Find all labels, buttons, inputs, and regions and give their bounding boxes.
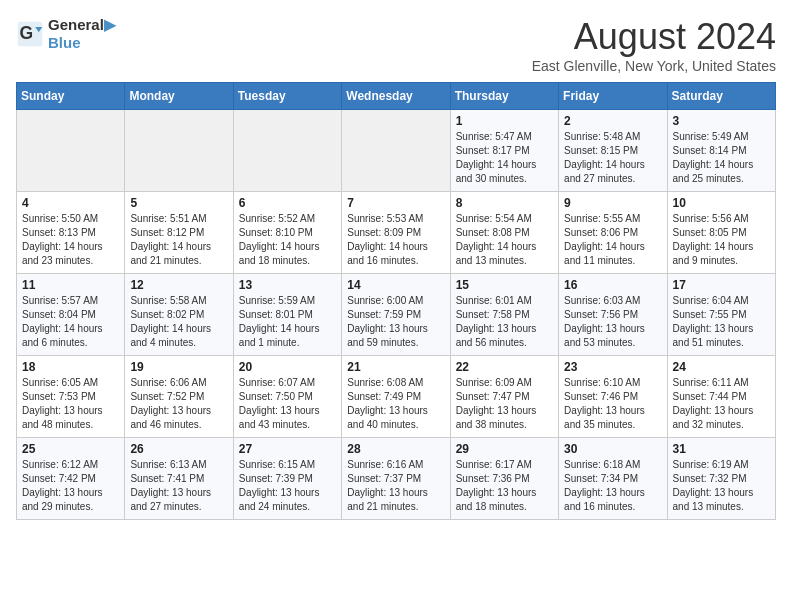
day-cell: 24Sunrise: 6:11 AM Sunset: 7:44 PM Dayli…	[667, 356, 775, 438]
day-cell: 9Sunrise: 5:55 AM Sunset: 8:06 PM Daylig…	[559, 192, 667, 274]
day-cell: 17Sunrise: 6:04 AM Sunset: 7:55 PM Dayli…	[667, 274, 775, 356]
day-detail: Sunrise: 6:03 AM Sunset: 7:56 PM Dayligh…	[564, 294, 661, 350]
day-detail: Sunrise: 6:11 AM Sunset: 7:44 PM Dayligh…	[673, 376, 770, 432]
day-number: 26	[130, 442, 227, 456]
svg-text:G: G	[20, 23, 34, 43]
day-cell: 4Sunrise: 5:50 AM Sunset: 8:13 PM Daylig…	[17, 192, 125, 274]
day-cell: 21Sunrise: 6:08 AM Sunset: 7:49 PM Dayli…	[342, 356, 450, 438]
day-number: 24	[673, 360, 770, 374]
day-detail: Sunrise: 6:06 AM Sunset: 7:52 PM Dayligh…	[130, 376, 227, 432]
day-cell	[17, 110, 125, 192]
day-cell: 25Sunrise: 6:12 AM Sunset: 7:42 PM Dayli…	[17, 438, 125, 520]
day-number: 19	[130, 360, 227, 374]
day-cell: 6Sunrise: 5:52 AM Sunset: 8:10 PM Daylig…	[233, 192, 341, 274]
col-header-wednesday: Wednesday	[342, 83, 450, 110]
calendar-table: SundayMondayTuesdayWednesdayThursdayFrid…	[16, 82, 776, 520]
day-cell: 3Sunrise: 5:49 AM Sunset: 8:14 PM Daylig…	[667, 110, 775, 192]
day-detail: Sunrise: 6:09 AM Sunset: 7:47 PM Dayligh…	[456, 376, 553, 432]
header-row: SundayMondayTuesdayWednesdayThursdayFrid…	[17, 83, 776, 110]
day-number: 6	[239, 196, 336, 210]
day-detail: Sunrise: 5:56 AM Sunset: 8:05 PM Dayligh…	[673, 212, 770, 268]
day-cell: 16Sunrise: 6:03 AM Sunset: 7:56 PM Dayli…	[559, 274, 667, 356]
day-cell	[233, 110, 341, 192]
page-subtitle: East Glenville, New York, United States	[532, 58, 776, 74]
day-detail: Sunrise: 6:00 AM Sunset: 7:59 PM Dayligh…	[347, 294, 444, 350]
day-detail: Sunrise: 5:57 AM Sunset: 8:04 PM Dayligh…	[22, 294, 119, 350]
day-number: 9	[564, 196, 661, 210]
day-number: 2	[564, 114, 661, 128]
day-detail: Sunrise: 6:15 AM Sunset: 7:39 PM Dayligh…	[239, 458, 336, 514]
day-cell: 12Sunrise: 5:58 AM Sunset: 8:02 PM Dayli…	[125, 274, 233, 356]
week-row-2: 4Sunrise: 5:50 AM Sunset: 8:13 PM Daylig…	[17, 192, 776, 274]
day-detail: Sunrise: 6:16 AM Sunset: 7:37 PM Dayligh…	[347, 458, 444, 514]
day-number: 30	[564, 442, 661, 456]
week-row-1: 1Sunrise: 5:47 AM Sunset: 8:17 PM Daylig…	[17, 110, 776, 192]
day-number: 29	[456, 442, 553, 456]
day-cell: 28Sunrise: 6:16 AM Sunset: 7:37 PM Dayli…	[342, 438, 450, 520]
day-number: 21	[347, 360, 444, 374]
day-number: 8	[456, 196, 553, 210]
day-number: 20	[239, 360, 336, 374]
day-cell: 30Sunrise: 6:18 AM Sunset: 7:34 PM Dayli…	[559, 438, 667, 520]
day-number: 18	[22, 360, 119, 374]
day-cell	[125, 110, 233, 192]
day-detail: Sunrise: 6:18 AM Sunset: 7:34 PM Dayligh…	[564, 458, 661, 514]
day-number: 25	[22, 442, 119, 456]
day-detail: Sunrise: 5:50 AM Sunset: 8:13 PM Dayligh…	[22, 212, 119, 268]
col-header-thursday: Thursday	[450, 83, 558, 110]
day-detail: Sunrise: 5:59 AM Sunset: 8:01 PM Dayligh…	[239, 294, 336, 350]
day-detail: Sunrise: 6:07 AM Sunset: 7:50 PM Dayligh…	[239, 376, 336, 432]
day-number: 12	[130, 278, 227, 292]
day-cell: 22Sunrise: 6:09 AM Sunset: 7:47 PM Dayli…	[450, 356, 558, 438]
col-header-friday: Friday	[559, 83, 667, 110]
col-header-monday: Monday	[125, 83, 233, 110]
day-cell: 2Sunrise: 5:48 AM Sunset: 8:15 PM Daylig…	[559, 110, 667, 192]
day-detail: Sunrise: 5:55 AM Sunset: 8:06 PM Dayligh…	[564, 212, 661, 268]
day-cell: 10Sunrise: 5:56 AM Sunset: 8:05 PM Dayli…	[667, 192, 775, 274]
day-number: 31	[673, 442, 770, 456]
header: G General▶ Blue August 2024 East Glenvil…	[16, 16, 776, 74]
day-cell: 20Sunrise: 6:07 AM Sunset: 7:50 PM Dayli…	[233, 356, 341, 438]
day-cell: 7Sunrise: 5:53 AM Sunset: 8:09 PM Daylig…	[342, 192, 450, 274]
day-number: 16	[564, 278, 661, 292]
day-cell: 19Sunrise: 6:06 AM Sunset: 7:52 PM Dayli…	[125, 356, 233, 438]
day-detail: Sunrise: 6:01 AM Sunset: 7:58 PM Dayligh…	[456, 294, 553, 350]
logo-text: General▶ Blue	[48, 16, 116, 51]
day-cell	[342, 110, 450, 192]
day-cell: 18Sunrise: 6:05 AM Sunset: 7:53 PM Dayli…	[17, 356, 125, 438]
day-cell: 1Sunrise: 5:47 AM Sunset: 8:17 PM Daylig…	[450, 110, 558, 192]
day-cell: 31Sunrise: 6:19 AM Sunset: 7:32 PM Dayli…	[667, 438, 775, 520]
day-number: 17	[673, 278, 770, 292]
col-header-sunday: Sunday	[17, 83, 125, 110]
day-detail: Sunrise: 6:12 AM Sunset: 7:42 PM Dayligh…	[22, 458, 119, 514]
day-detail: Sunrise: 5:52 AM Sunset: 8:10 PM Dayligh…	[239, 212, 336, 268]
day-detail: Sunrise: 5:54 AM Sunset: 8:08 PM Dayligh…	[456, 212, 553, 268]
day-detail: Sunrise: 6:19 AM Sunset: 7:32 PM Dayligh…	[673, 458, 770, 514]
day-cell: 27Sunrise: 6:15 AM Sunset: 7:39 PM Dayli…	[233, 438, 341, 520]
col-header-tuesday: Tuesday	[233, 83, 341, 110]
page-title: August 2024	[532, 16, 776, 58]
day-number: 13	[239, 278, 336, 292]
day-cell: 13Sunrise: 5:59 AM Sunset: 8:01 PM Dayli…	[233, 274, 341, 356]
day-detail: Sunrise: 6:04 AM Sunset: 7:55 PM Dayligh…	[673, 294, 770, 350]
day-cell: 23Sunrise: 6:10 AM Sunset: 7:46 PM Dayli…	[559, 356, 667, 438]
day-number: 14	[347, 278, 444, 292]
day-cell: 5Sunrise: 5:51 AM Sunset: 8:12 PM Daylig…	[125, 192, 233, 274]
day-number: 10	[673, 196, 770, 210]
day-number: 15	[456, 278, 553, 292]
day-number: 7	[347, 196, 444, 210]
week-row-3: 11Sunrise: 5:57 AM Sunset: 8:04 PM Dayli…	[17, 274, 776, 356]
day-cell: 29Sunrise: 6:17 AM Sunset: 7:36 PM Dayli…	[450, 438, 558, 520]
day-detail: Sunrise: 5:47 AM Sunset: 8:17 PM Dayligh…	[456, 130, 553, 186]
day-cell: 15Sunrise: 6:01 AM Sunset: 7:58 PM Dayli…	[450, 274, 558, 356]
day-cell: 14Sunrise: 6:00 AM Sunset: 7:59 PM Dayli…	[342, 274, 450, 356]
day-detail: Sunrise: 5:58 AM Sunset: 8:02 PM Dayligh…	[130, 294, 227, 350]
day-cell: 11Sunrise: 5:57 AM Sunset: 8:04 PM Dayli…	[17, 274, 125, 356]
day-detail: Sunrise: 6:05 AM Sunset: 7:53 PM Dayligh…	[22, 376, 119, 432]
day-number: 28	[347, 442, 444, 456]
logo: G General▶ Blue	[16, 16, 116, 51]
col-header-saturday: Saturday	[667, 83, 775, 110]
week-row-4: 18Sunrise: 6:05 AM Sunset: 7:53 PM Dayli…	[17, 356, 776, 438]
day-number: 3	[673, 114, 770, 128]
day-number: 23	[564, 360, 661, 374]
